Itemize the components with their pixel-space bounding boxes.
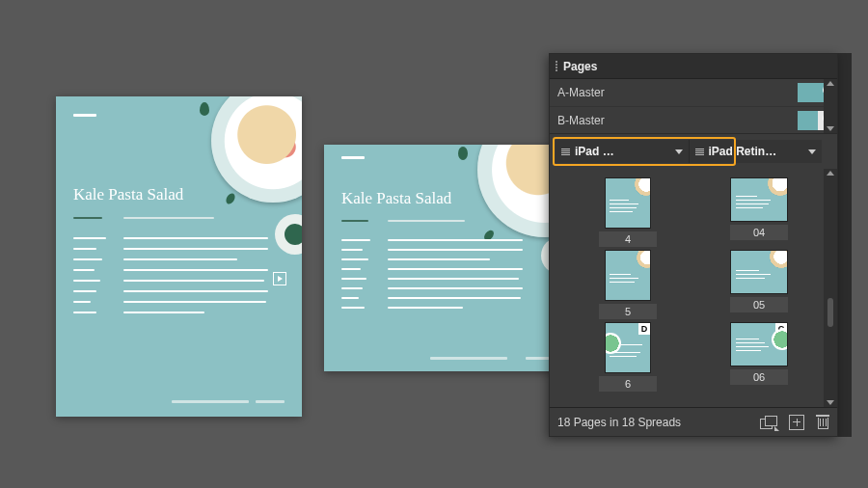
- master-badge: D: [638, 323, 650, 335]
- panel-status-bar: 18 Pages in 18 Spreads: [550, 407, 837, 436]
- page-number: 06: [730, 369, 788, 385]
- page-number: 4: [599, 231, 657, 247]
- footer-line: [430, 357, 507, 360]
- scroll-down-icon[interactable]: [827, 126, 834, 131]
- chevron-down-icon: [675, 149, 683, 154]
- page-number: 5: [599, 304, 657, 319]
- new-page-icon[interactable]: [789, 415, 804, 430]
- master-name: A-Master: [557, 86, 798, 99]
- page-thumb[interactable]: D: [606, 178, 650, 228]
- document-preview-b[interactable]: Kale Pasta Salad: [324, 145, 570, 371]
- layout-label: iPad …: [575, 145, 670, 158]
- rule: [73, 217, 102, 219]
- scroll-down-icon[interactable]: [827, 400, 834, 405]
- document-preview-a[interactable]: Kale Pasta Salad: [56, 96, 302, 417]
- page-thumb[interactable]: C: [731, 251, 787, 293]
- thumb-cell[interactable]: D 5: [567, 251, 689, 319]
- decor-line: [73, 114, 96, 117]
- layout-dropdown-left[interactable]: iPad …: [556, 140, 689, 163]
- masters-scrollbar[interactable]: [824, 79, 837, 133]
- thumb-cell[interactable]: C 04: [698, 178, 820, 247]
- scroll-thumb[interactable]: [827, 298, 833, 327]
- leaf-decor: [225, 192, 237, 205]
- masters-section: A-Master B-Master: [550, 79, 837, 134]
- alternate-layouts-row: iPad … iPad Retin…: [550, 134, 837, 169]
- panel-tools: [760, 415, 829, 430]
- edit-page-size-icon[interactable]: [760, 416, 777, 429]
- decor-line: [341, 156, 365, 159]
- panel-dock-strip: [838, 53, 852, 437]
- delete-page-icon[interactable]: [816, 415, 829, 430]
- footer-line: [256, 400, 285, 403]
- layout-dropdown-right[interactable]: iPad Retin…: [689, 140, 823, 163]
- drag-grip-icon[interactable]: [556, 61, 557, 71]
- thumb-cell[interactable]: C 05: [698, 251, 820, 319]
- scroll-up-icon[interactable]: [827, 171, 834, 176]
- thumb-cell[interactable]: D 6: [567, 323, 689, 392]
- layout-list-icon: [695, 149, 704, 155]
- page-number: 04: [730, 225, 788, 240]
- layout-list-icon: [561, 149, 570, 155]
- rule: [123, 217, 214, 219]
- recipe-title: Kale Pasta Salad: [73, 185, 183, 204]
- scroll-up-icon[interactable]: [827, 81, 834, 86]
- page-thumb[interactable]: C: [731, 323, 787, 366]
- play-icon[interactable]: [273, 272, 286, 285]
- page-number: 05: [730, 297, 788, 312]
- chevron-down-icon: [808, 149, 816, 154]
- page-thumb[interactable]: D: [606, 251, 650, 300]
- page-thumb[interactable]: C: [731, 178, 787, 221]
- page-thumbnails: D 4 C 04 D 5 C: [550, 169, 837, 407]
- recipe-title: Kale Pasta Salad: [341, 189, 451, 208]
- footer-line: [172, 400, 249, 403]
- rule: [341, 220, 368, 222]
- master-name: B-Master: [557, 114, 798, 127]
- page-number: 6: [599, 376, 657, 392]
- thumb-cell[interactable]: C 06: [698, 323, 820, 392]
- status-text: 18 Pages in 18 Spreads: [557, 416, 681, 429]
- master-row-a[interactable]: A-Master: [550, 79, 837, 106]
- hero-image: [211, 96, 302, 203]
- rule: [388, 220, 465, 222]
- page-thumb[interactable]: D: [606, 323, 650, 372]
- thumb-cell[interactable]: D 4: [567, 178, 689, 247]
- panel-tab-bar: Pages: [550, 54, 837, 79]
- pages-panel: Pages A-Master B-Master iPad … iPad Reti…: [549, 53, 838, 437]
- layout-label: iPad Retin…: [709, 145, 804, 158]
- leaf-decor: [200, 102, 209, 116]
- leaf-decor: [458, 147, 468, 160]
- thumbs-scrollbar[interactable]: [824, 169, 837, 407]
- herb-decor: [285, 224, 302, 245]
- panel-title[interactable]: Pages: [563, 60, 597, 73]
- master-row-b[interactable]: B-Master: [550, 106, 837, 133]
